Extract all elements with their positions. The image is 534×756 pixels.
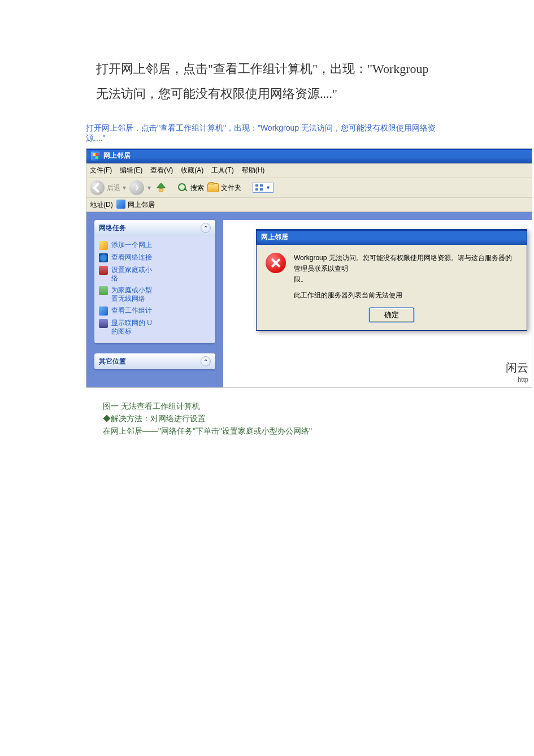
toolbar: 后退 ▾ ▾ 搜索 文件夹: [86, 178, 532, 198]
back-arrow-icon: [90, 180, 105, 195]
dialog-msg-line1: Workgroup 无法访问。您可能没有权限使用网络资源。请与这台服务器的管理员…: [294, 254, 512, 273]
task-label: 为家庭或小型 置无线网络: [111, 286, 152, 303]
dialog-msg-line2: 此工作组的服务器列表当前无法使用: [294, 291, 402, 299]
menu-fav[interactable]: 收藏(A): [181, 166, 203, 175]
menu-file[interactable]: 文件(F): [90, 166, 112, 175]
workgroup-icon: [99, 306, 108, 316]
dialog-body: Workgroup 无法访问。您可能没有权限使用网络资源。请与这台服务器的管理员…: [257, 245, 527, 304]
wireless-icon: [99, 286, 108, 295]
panel-title-network-tasks: 网络任务: [99, 223, 126, 233]
globe-icon: [99, 253, 108, 262]
forward-button[interactable]: [129, 180, 144, 195]
watermark-line2: http: [506, 375, 528, 384]
back-label: 后退: [107, 183, 120, 193]
views-icon: [255, 184, 263, 191]
search-button[interactable]: 搜索: [177, 182, 204, 193]
back-dropdown-icon: ▾: [123, 184, 126, 192]
footer-text: 图一 无法查看工作组计算机 ◆解决方法：对网络进行设置 在网上邻居——"网络任务…: [103, 401, 438, 437]
task-setup-home-network[interactable]: 设置家庭或小 络: [99, 264, 211, 284]
folders-label: 文件夹: [221, 183, 241, 193]
address-bar: 地址(D) 网上邻居: [86, 198, 532, 212]
panel-header-network-tasks[interactable]: 网络任务 ⌃: [94, 220, 215, 236]
dialog-msg-line1b: 限。: [294, 275, 307, 283]
task-setup-wireless[interactable]: 为家庭或小型 置无线网络: [99, 284, 211, 305]
task-add-place[interactable]: 添加一个网上: [99, 239, 211, 252]
svg-rect-0: [159, 189, 163, 192]
network-places-icon: [91, 152, 100, 161]
window-title: 网上邻居: [103, 151, 131, 161]
task-label: 查看网络连接: [111, 253, 152, 262]
figure-caption: 图一 无法查看工作组计算机: [103, 401, 438, 412]
dialog-button-row: 确定: [257, 304, 527, 330]
task-view-connections[interactable]: 查看网络连接: [99, 252, 211, 264]
panel-network-tasks: 网络任务 ⌃ 添加一个网上 查看网络连接: [94, 220, 215, 343]
watermark: 闲云 http: [506, 360, 528, 384]
address-text: 网上邻居: [128, 201, 155, 209]
menu-tools[interactable]: 工具(T): [211, 166, 233, 175]
add-place-icon: [99, 241, 108, 250]
task-label: 添加一个网上: [111, 241, 152, 249]
side-panel: 网络任务 ⌃ 添加一个网上 查看网络连接: [94, 220, 215, 387]
panel-header-other-places[interactable]: 其它位置 ⌃: [94, 353, 215, 369]
collapse-icon[interactable]: ⌃: [201, 356, 211, 366]
task-label: 显示联网的 U 的图标: [111, 319, 152, 336]
folder-icon: [207, 183, 219, 192]
menu-help[interactable]: 帮助(H): [242, 166, 265, 175]
dialog-title: 网上邻居: [257, 230, 527, 245]
task-label: 查看工作组计: [111, 306, 152, 315]
document-heading: 打开网上邻居，点击"查看工作组计算机"，出现："Workgroup 无法访问，您…: [96, 57, 438, 106]
error-dialog: 网上邻居 Workgroup 无法访问。您可能没有权限使用网络资源。请与这台服务…: [256, 229, 527, 331]
forward-dropdown-icon: ▾: [147, 184, 151, 192]
views-dropdown-icon: ▼: [266, 185, 271, 191]
address-label: 地址(D): [90, 200, 113, 210]
solution-step: 在网上邻居——"网络任务"下单击"设置家庭或小型办公网络": [103, 426, 438, 437]
address-value[interactable]: 网上邻居: [116, 200, 155, 210]
back-button[interactable]: 后退 ▾: [90, 180, 126, 195]
search-icon: [177, 182, 188, 193]
error-icon: [266, 253, 286, 273]
home-network-icon: [99, 266, 108, 275]
menu-edit[interactable]: 编辑(E): [120, 166, 142, 175]
address-icon: [116, 200, 125, 209]
solution-heading: ◆解决方法：对网络进行设置: [103, 414, 438, 424]
upnp-icon: [99, 319, 108, 328]
menu-view[interactable]: 查看(V): [150, 166, 173, 175]
menu-bar: 文件(F) 编辑(E) 查看(V) 收藏(A) 工具(T) 帮助(H): [86, 163, 532, 178]
ok-button[interactable]: 确定: [369, 308, 414, 322]
dialog-message: Workgroup 无法访问。您可能没有权限使用网络资源。请与这台服务器的管理员…: [294, 253, 518, 301]
folders-button[interactable]: 文件夹: [207, 183, 241, 193]
task-label: 设置家庭或小 络: [111, 266, 152, 283]
collapse-icon[interactable]: ⌃: [201, 223, 211, 233]
screenshot-caption: 打开网上邻居，点击"查看工作组计算机"，出现："Workgroup 无法访问，您…: [86, 123, 438, 144]
panel-other-places: 其它位置 ⌃: [94, 353, 215, 369]
views-button[interactable]: ▼: [253, 183, 273, 193]
task-view-workgroup[interactable]: 查看工作组计: [99, 305, 211, 317]
window-titlebar: 网上邻居: [86, 149, 532, 163]
panel-title-other-places: 其它位置: [99, 357, 126, 366]
up-button[interactable]: [154, 181, 168, 195]
task-show-upnp[interactable]: 显示联网的 U 的图标: [99, 317, 211, 338]
screenshot-container: 网上邻居 文件(F) 编辑(E) 查看(V) 收藏(A) 工具(T) 帮助(H)…: [86, 148, 532, 388]
watermark-line1: 闲云: [506, 360, 528, 375]
panel-body-network-tasks: 添加一个网上 查看网络连接 设置家庭或小 络 为家庭或小型 置无线网络: [94, 236, 215, 343]
explorer-body: 网络任务 ⌃ 添加一个网上 查看网络连接: [86, 212, 532, 387]
search-label: 搜索: [190, 183, 204, 193]
